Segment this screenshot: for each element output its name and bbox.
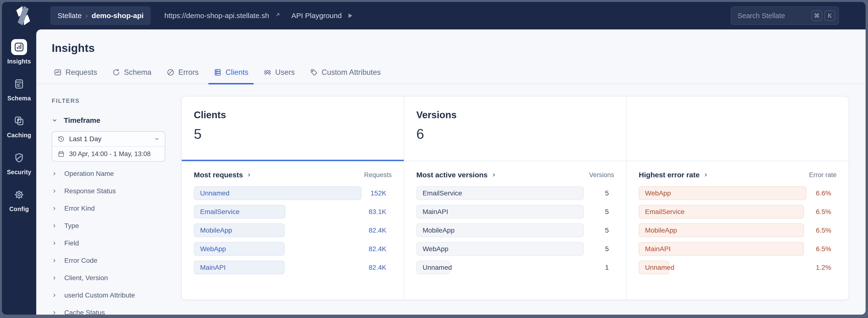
filter-section-response-status[interactable]: Response Status: [52, 186, 165, 197]
sidebar-item-schema[interactable]: GQLSchema: [7, 76, 31, 102]
history-clock-icon: [58, 135, 65, 143]
chevron-right-icon: [52, 310, 57, 315]
most-requests-list: Most requests Requests Unnamed152KEmailS…: [182, 161, 404, 279]
list-item: EmailService83.1K: [194, 205, 392, 219]
list-item-bar[interactable]: MobileApp: [416, 223, 584, 237]
chevron-right-icon: [52, 223, 57, 228]
filter-section-label: Error Code: [64, 257, 97, 264]
highest-error-rate-list: Highest error rate Error rate WebApp6.6%…: [627, 161, 849, 279]
filter-section-type[interactable]: Type: [52, 220, 165, 231]
timeframe-preset-select[interactable]: Last 1 Day: [52, 132, 165, 146]
tab-label: Requests: [65, 68, 97, 77]
list-item: WebApp5: [416, 242, 614, 256]
highest-error-rate-link[interactable]: Highest error rate: [639, 171, 708, 179]
list-item-value: 1.2%: [816, 260, 831, 274]
filters-panel: FILTERS Timeframe Last 1 Day: [52, 98, 165, 315]
chevron-right-icon: [52, 293, 57, 298]
most-requests-link[interactable]: Most requests: [194, 171, 252, 179]
timeframe-preset-value: Last 1 Day: [69, 135, 101, 143]
breadcrumb-org[interactable]: Stellate: [58, 11, 82, 20]
list-item-bar[interactable]: MobileApp: [194, 223, 285, 237]
list-item-label: WebApp: [200, 245, 226, 253]
sidebar-item-label: Config: [9, 206, 29, 213]
svg-text:GQL: GQL: [16, 80, 23, 84]
versions-summary[interactable]: Versions 6: [404, 97, 626, 161]
top-bar: Stellate › demo-shop-api https://demo-sh…: [2, 2, 866, 29]
list-item-label: EmailService: [423, 189, 462, 197]
sidebar-item-config[interactable]: Config: [9, 187, 29, 213]
tab-custom-attributes[interactable]: Custom Attributes: [310, 68, 381, 83]
clients-summary[interactable]: Clients 5: [182, 97, 404, 161]
list-item-bar[interactable]: Unnamed: [194, 186, 362, 200]
stellate-logo-icon[interactable]: [12, 6, 34, 25]
breadcrumb[interactable]: Stellate › demo-shop-api: [50, 6, 151, 25]
page-title: Insights: [52, 41, 866, 55]
tab-label: Errors: [178, 68, 198, 77]
tab-requests[interactable]: Requests: [54, 68, 97, 83]
list-item-bar[interactable]: EmailService: [639, 205, 804, 219]
gql-doc-icon: GQL: [11, 76, 27, 92]
filter-section-label: userId Custom Attribute: [64, 291, 135, 299]
filter-section-userid-custom-attribute[interactable]: userId Custom Attribute: [52, 290, 165, 301]
versions-column-header: Versions: [589, 171, 614, 179]
list-item-bar[interactable]: Unnamed: [639, 260, 669, 274]
filter-section-client-version[interactable]: Client, Version: [52, 273, 165, 283]
filter-section-field[interactable]: Field: [52, 238, 165, 249]
list-item-label: Unnamed: [645, 264, 674, 272]
insights-tab-bar: RequestsSchemaErrorsClientsUsersCustom A…: [36, 68, 866, 84]
sidebar-item-caching[interactable]: Caching: [7, 113, 31, 139]
list-item-bar[interactable]: MainAPI: [639, 242, 804, 256]
list-item: Unnamed152K: [194, 186, 392, 200]
timeframe-section-toggle[interactable]: Timeframe: [52, 116, 165, 125]
list-item: WebApp82.4K: [194, 242, 392, 256]
list-item-bar[interactable]: WebApp: [194, 242, 285, 256]
list-item-label: Unnamed: [200, 189, 229, 197]
chevron-right-icon: [52, 258, 57, 263]
filter-section-error-code[interactable]: Error Code: [52, 255, 165, 266]
chevron-right-icon: [247, 173, 252, 177]
sidebar-item-insights[interactable]: Insights: [7, 39, 31, 65]
filter-section-label: Response Status: [64, 187, 116, 195]
list-item-bar[interactable]: Unnamed: [416, 260, 450, 274]
list-item-bar[interactable]: MobileApp: [639, 223, 804, 237]
timeframe-range-button[interactable]: 30 Apr, 14:00 - 1 May, 13:08: [52, 146, 165, 161]
tab-users[interactable]: Users: [264, 68, 295, 83]
clients-overview-card: Clients 5 Most requests Requests Unnamed…: [181, 96, 849, 300]
list-item-bar[interactable]: EmailService: [194, 205, 285, 219]
gear-icon: [11, 187, 27, 203]
list-item-value: 6.5%: [816, 205, 831, 219]
slashed-circle-icon: [166, 68, 175, 76]
list-item-label: MainAPI: [200, 264, 226, 272]
sidebar-item-label: Caching: [7, 132, 31, 139]
external-link-icon: [274, 12, 280, 19]
list-item: MobileApp82.4K: [194, 223, 392, 237]
versions-column: Versions 6 Most active versions Versions…: [404, 97, 626, 300]
filter-section-label: Cache Status: [64, 309, 105, 315]
list-item-value: 82.4K: [369, 242, 386, 256]
list-item: WebApp6.6%: [639, 186, 837, 200]
tab-clients[interactable]: Clients: [214, 68, 248, 83]
chevron-right-icon: [52, 188, 57, 194]
tab-schema[interactable]: Schema: [112, 68, 152, 83]
api-playground-link[interactable]: API Playground: [291, 11, 354, 20]
list-item-bar[interactable]: EmailService: [416, 186, 584, 200]
tab-errors[interactable]: Errors: [166, 68, 198, 83]
search-input[interactable]: Search Stellate ⌘ K: [731, 6, 839, 25]
filter-section-error-kind[interactable]: Error Kind: [52, 203, 165, 214]
list-item-bar[interactable]: WebApp: [639, 186, 806, 200]
filter-section-cache-status[interactable]: Cache Status: [52, 307, 165, 315]
list-item: Unnamed1.2%: [639, 260, 837, 274]
list-item: Unnamed1: [416, 260, 614, 274]
list-item-value: 6.5%: [816, 242, 831, 256]
list-item-bar[interactable]: MainAPI: [416, 205, 584, 219]
list-item-bar[interactable]: MainAPI: [194, 260, 285, 274]
list-item-bar[interactable]: WebApp: [416, 242, 584, 256]
breadcrumb-project[interactable]: demo-shop-api: [92, 11, 144, 20]
service-url-link[interactable]: https://demo-shop-api.stellate.sh: [164, 11, 280, 20]
most-active-versions-link[interactable]: Most active versions: [416, 171, 496, 179]
api-playground-label[interactable]: API Playground: [291, 11, 342, 20]
sidebar-item-security[interactable]: Security: [7, 150, 31, 176]
service-url[interactable]: https://demo-shop-api.stellate.sh: [164, 11, 269, 20]
filter-section-operation-name[interactable]: Operation Name: [52, 168, 165, 179]
timeframe-control: Last 1 Day 30 Apr, 14:00 - 1 May, 13:08: [52, 131, 165, 162]
